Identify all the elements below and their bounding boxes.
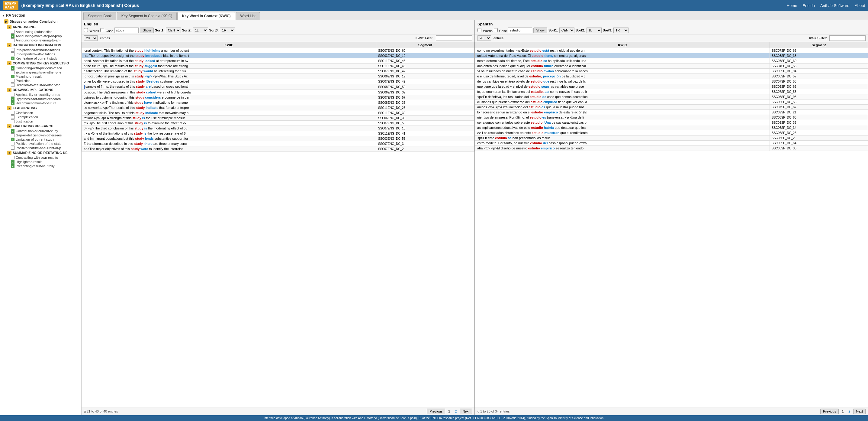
checkbox-applicability[interactable] <box>11 93 14 96</box>
sidebar-item-gap[interactable]: Gap-or-deficiency-in-others-res <box>6 133 81 137</box>
sidebar-item-info-provided[interactable]: Info-provided-without-citations <box>6 48 81 52</box>
table-row[interactable]: como no experimentados, <p>Este estudio … <box>475 48 868 53</box>
table-row[interactable]: usiness-to-customer grouping, this study… <box>82 95 474 100</box>
table-row[interactable]: nagement skills. The results of this stu… <box>82 110 474 115</box>
table-row[interactable]: que tiene que la edad y el nivel de estu… <box>475 84 868 89</box>
table-row[interactable]: estro modelo. Por tanto, de nuestro estu… <box>475 141 868 146</box>
sidebar-item-applicability[interactable]: Applicability-or-usability-of-res <box>6 92 81 97</box>
sidebar-item-highlighted[interactable]: Highlighted-result <box>6 160 81 164</box>
checkbox-announcing-move[interactable] <box>11 34 14 38</box>
sidebar-item-limitation[interactable]: Limitation-of-current study <box>6 137 81 142</box>
sidebar-item-contrasting[interactable]: Contrasting-with-own-results <box>6 156 81 160</box>
checkbox-announcing-sub[interactable] <box>11 30 14 34</box>
sidebar-item-positive-feature[interactable]: Positive-feature-of-current-or-p <box>6 146 81 150</box>
checkbox-justification[interactable] <box>11 119 14 123</box>
summarizing-header[interactable]: ■ SUMMARIZING OR RESTATING KE <box>6 150 81 156</box>
table-row[interactable]: ánidos.</p> <p>Otra limitación del estud… <box>475 105 868 110</box>
spanish-entries-select[interactable]: 2050100 <box>477 35 491 41</box>
checkbox-gap[interactable] <box>11 133 14 137</box>
checkbox-info-reported[interactable] <box>11 52 14 56</box>
table-row[interactable]: i. <p>One of the limitations of this stu… <box>82 131 474 136</box>
sidebar-item-comparing[interactable]: Comparing-with-previous-resea <box>6 66 81 70</box>
nav-about[interactable]: About <box>855 3 865 8</box>
checkbox-highlighted[interactable] <box>11 160 14 164</box>
spanish-page-2[interactable]: 2 <box>846 409 852 414</box>
english-page-1[interactable]: 1 <box>446 409 452 414</box>
spanish-prev-button[interactable]: Previous <box>820 409 839 414</box>
table-row[interactable]: ology.</p> <p>The findings of this study… <box>82 100 474 105</box>
checkbox-hypothesis[interactable] <box>11 97 14 101</box>
table-row[interactable]: clusiones que pueden extraerse del estud… <box>475 100 868 105</box>
tab-kwic[interactable]: Key Word in Context (KWIC) <box>177 12 235 20</box>
sidebar-item-clarification[interactable]: Clarification <box>6 111 81 115</box>
spanish-search-input[interactable] <box>508 28 532 33</box>
tab-ksic[interactable]: Key Segment in Context (KSIC) <box>117 12 177 20</box>
english-entries-select[interactable]: 2050100 <box>84 35 98 41</box>
table-row[interactable]: uier tipo de empresa, Por último, el est… <box>475 115 868 120</box>
table-row[interactable]: p> <p>The third conclusion of this study… <box>82 126 474 131</box>
sidebar-item-contribution[interactable]: Contribution-of-current-study <box>6 129 81 133</box>
sidebar-item-positive-eval[interactable]: Positive-evaluation-of-the-state <box>6 142 81 146</box>
table-row[interactable]: n the future. <p>The results of the stud… <box>82 63 474 69</box>
english-prev-button[interactable]: Previous <box>427 409 445 414</box>
checkbox-recommendation[interactable] <box>11 101 14 105</box>
table-row[interactable]: position. The SES measures in this study… <box>82 90 474 95</box>
table-row[interactable]: lo necesario seguir avanzando en el estu… <box>475 110 868 115</box>
table-row[interactable]: for occupational prestige as in this stu… <box>82 74 474 79</box>
checkbox-prediction[interactable] <box>11 79 14 83</box>
checkbox-presenting[interactable] <box>11 164 14 168</box>
spanish-next-button[interactable]: Next <box>853 409 866 414</box>
sidebar-item-announcing-or[interactable]: Announcing-or-referring-to-an- <box>6 38 81 43</box>
table-row[interactable]: te, se enumeran las limitaciones del est… <box>475 89 868 94</box>
nav-home[interactable]: Home <box>787 3 797 8</box>
english-page-2[interactable]: 2 <box>453 409 459 414</box>
ra-section-header[interactable]: ▼ RA Section <box>0 12 81 19</box>
spanish-show-button[interactable]: Show <box>533 28 547 33</box>
checkbox-positive-eval[interactable] <box>11 142 14 145</box>
tab-segment-bank[interactable]: Segment Bank <box>83 12 116 20</box>
table-row[interactable]: sample of firms, the results of this stu… <box>82 84 474 90</box>
table-row[interactable]: cer algunos comentarios sobre este estud… <box>475 120 868 125</box>
table-row[interactable]: /p> <p>The first conclusion of this stud… <box>82 121 474 126</box>
commenting-header[interactable]: ■ COMMENTING ON KEY RESULTS O <box>6 60 81 66</box>
announcing-header[interactable]: ■ ANNOUNCING <box>6 24 81 30</box>
table-row[interactable]: as implicaciones educativas de este estu… <box>475 125 868 130</box>
discussion-header[interactable]: ▶ Discussion and/or Conclusion <box>3 19 81 24</box>
table-row[interactable]: pond. Another limitation is that the stu… <box>82 58 474 63</box>
sidebar-item-meaning[interactable]: Meaning-of-result <box>6 75 81 79</box>
spanish-sort2-select[interactable]: CEN1L2L3L1R2R3R <box>587 28 601 33</box>
checkbox-exemplification[interactable] <box>11 115 14 119</box>
background-header[interactable]: ■ BACKGROUND INFORMATION <box>6 43 81 48</box>
nav-eneida[interactable]: Eneida <box>803 3 814 8</box>
spanish-col-segment[interactable]: Segment <box>770 43 868 48</box>
spanish-sort1-select[interactable]: CEN1L2L3L1R2R3R <box>559 28 575 33</box>
checkbox-meaning[interactable] <box>11 75 14 78</box>
table-row[interactable]: afía.</p> <p>El diseño de nuestro estudi… <box>475 146 868 151</box>
checkbox-info-provided[interactable] <box>11 48 14 52</box>
spanish-case-checkbox[interactable] <box>494 28 498 32</box>
checkbox-clarification[interactable] <box>11 111 14 115</box>
sidebar-item-recommendation[interactable]: Recommendation-for-future <box>6 101 81 105</box>
elaborating-header[interactable]: ■ ELABORATING <box>6 105 81 111</box>
table-row[interactable]: unidad Autónoma del País Vasco. El estud… <box>475 53 868 58</box>
checkbox-limitation[interactable] <box>11 138 14 141</box>
sidebar-item-explaining[interactable]: Explaining-results-or-other-phe <box>6 70 81 75</box>
table-row[interactable]: tations</p> <p>A strength of this study … <box>82 115 474 121</box>
checkbox-comparing[interactable] <box>11 66 14 70</box>
table-row[interactable]: <p>The major objectives of this study we… <box>82 146 474 151</box>
english-case-checkbox[interactable] <box>100 28 104 32</box>
table-row[interactable]: ss networks. <p>The results of this stud… <box>82 105 474 110</box>
checkbox-key-feature[interactable] <box>11 57 14 60</box>
spanish-filter-input[interactable] <box>829 35 866 41</box>
checkbox-contrasting[interactable] <box>11 156 14 159</box>
english-sort1-select[interactable]: CEN1L2L3L1R2R3R <box>166 28 181 33</box>
checkbox-contribution[interactable] <box>11 129 14 133</box>
spanish-sort3-select[interactable]: CEN1L2L3L1R2R3R <box>613 28 628 33</box>
spanish-col-kwic[interactable]: KWIC <box>475 43 770 48</box>
table-row[interactable]: r satisfaction This limitation of the st… <box>82 69 474 74</box>
english-col-segment[interactable]: Segment <box>376 43 474 48</box>
sidebar-item-presenting[interactable]: Presenting-result-neutrally <box>6 164 81 168</box>
sidebar-item-exemplification[interactable]: Exemplification <box>6 115 81 119</box>
english-sort3-select[interactable]: CEN1L2L3L1R2R3R <box>220 28 235 33</box>
english-col-kwic[interactable]: KWIC <box>82 43 376 48</box>
